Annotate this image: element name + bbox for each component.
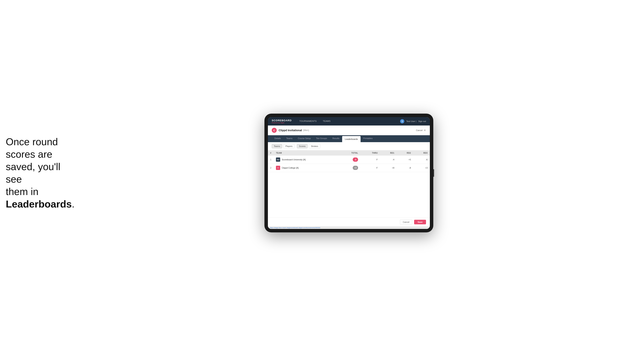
score-badge: +3 [353, 166, 358, 170]
leaderboard-table: # TEAM TOTAL THRU RD1 RD2 RD3 1 SU [268, 150, 430, 217]
col-rd1: RD1 [380, 150, 397, 156]
tournament-gender: (Men) [303, 129, 309, 132]
table-row: 1 SU Scoreboard University [A] -5 F -4 +… [268, 156, 430, 164]
total-cell: +3 [339, 164, 360, 172]
filter-bar: Teams Players Scores Strokes [268, 142, 430, 150]
left-text-line4: them in [6, 186, 38, 197]
nav-sign-out[interactable]: Sign out [418, 120, 426, 122]
team-name: Scoreboard University [A] [282, 159, 306, 161]
rank-cell: 2 [268, 164, 274, 172]
left-text-line1: Once round [6, 136, 58, 147]
page-footer: Cancel Save [268, 217, 430, 226]
tournament-name: Clippd Invitational [279, 129, 302, 132]
left-text-line2: scores are [6, 149, 52, 160]
left-text-period: . [72, 198, 74, 210]
nav-tournaments[interactable]: TOURNAMENTS [296, 117, 320, 126]
col-team: TEAM [274, 150, 339, 156]
total-cell: -5 [339, 156, 360, 164]
tab-details[interactable]: Details [272, 135, 284, 142]
team-cell: SU Scoreboard University [A] [274, 156, 339, 164]
score-badge: -5 [353, 158, 358, 162]
filter-teams[interactable]: Teams [272, 144, 282, 148]
col-total: TOTAL [339, 150, 360, 156]
cancel-x-icon[interactable]: ✕ [424, 129, 426, 132]
nav-logo: SCOREBOARD Powered by clippd [272, 119, 292, 124]
rd3-cell: +3 [413, 164, 430, 172]
nav-user-name: Test User | [406, 120, 416, 122]
thru-cell: F [360, 164, 380, 172]
tab-teams[interactable]: Teams [284, 135, 295, 142]
team-cell: C Clippd College [A] [274, 164, 339, 172]
url-bar: https://stage-blue-coach.stagescoreboard… [268, 226, 430, 229]
tab-results[interactable]: Results [330, 135, 342, 142]
left-text-block: Once round scores are saved, you'll see … [6, 136, 79, 210]
rd1-cell: +8 [380, 164, 397, 172]
tournament-cancel[interactable]: Cancel ✕ [416, 129, 426, 132]
col-thru: THRU [360, 150, 380, 156]
filter-scores[interactable]: Scores [297, 144, 308, 148]
rd2-cell: +5 [397, 156, 413, 164]
rank-cell: 1 [268, 156, 274, 164]
tab-course-setup[interactable]: Course Setup [295, 135, 313, 142]
tournament-logo: C [272, 128, 277, 133]
rd1-cell: -4 [380, 156, 397, 164]
left-text-bold: Leaderboards [6, 198, 72, 210]
tab-bar: Details Teams Course Setup Tee Groups Re… [268, 135, 430, 142]
nav-right: S Test User | Sign out [400, 119, 426, 123]
logo-title: SCOREBOARD [272, 119, 292, 122]
rd3-cell: -6 [413, 156, 430, 164]
tablet-screen: SCOREBOARD Powered by clippd TOURNAMENTS… [268, 117, 430, 229]
rd2-cell: -8 [397, 164, 413, 172]
col-rd3: RD3 [413, 150, 430, 156]
main-content: C Clippd Invitational (Men) Cancel ✕ Det… [268, 126, 430, 229]
nav-avatar: S [400, 119, 404, 123]
logo-sub: Powered by clippd [272, 122, 292, 124]
tab-tee-groups[interactable]: Tee Groups [313, 135, 330, 142]
nav-links: TOURNAMENTS TEAMS [296, 117, 400, 126]
tab-leaderboards[interactable]: Leaderboards [342, 136, 360, 142]
team-logo-icon: C [276, 166, 280, 170]
col-rank: # [268, 150, 274, 156]
table-row: 2 C Clippd College [A] +3 F +8 -8 +3 [268, 164, 430, 172]
nav-bar: SCOREBOARD Powered by clippd TOURNAMENTS… [268, 117, 430, 126]
filter-players[interactable]: Players [283, 144, 294, 148]
footer-cancel-button[interactable]: Cancel [400, 219, 412, 224]
brand-name: clippd [280, 122, 284, 124]
left-text-line3: saved, you'll see [6, 161, 60, 185]
team-logo-icon: SU [276, 158, 280, 162]
tablet-shell: SCOREBOARD Powered by clippd TOURNAMENTS… [264, 114, 433, 232]
side-tab [433, 169, 434, 177]
nav-teams[interactable]: TEAMS [320, 117, 334, 126]
cancel-label: Cancel [416, 129, 422, 131]
footer-save-button[interactable]: Save [414, 220, 426, 224]
filter-strokes[interactable]: Strokes [309, 144, 320, 148]
tab-printables[interactable]: Printables [360, 135, 375, 142]
col-rd2: RD2 [397, 150, 413, 156]
thru-cell: F [360, 156, 380, 164]
team-name: Clippd College [A] [282, 167, 298, 169]
tournament-header: C Clippd Invitational (Men) Cancel ✕ [268, 126, 430, 135]
